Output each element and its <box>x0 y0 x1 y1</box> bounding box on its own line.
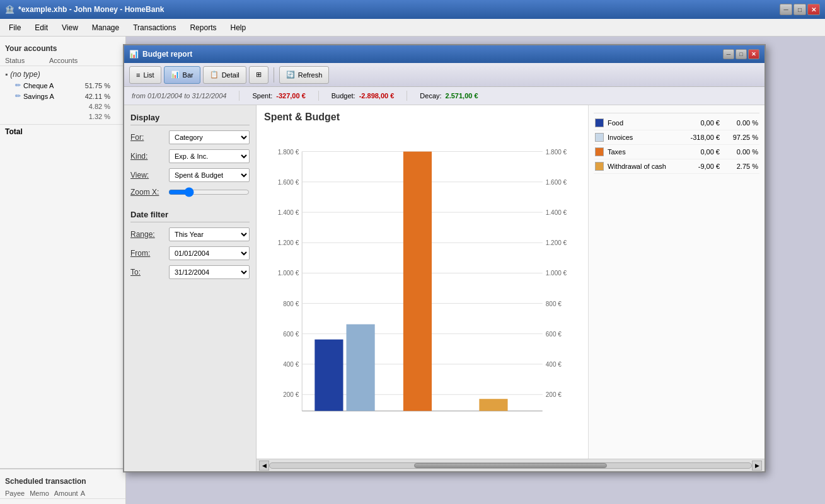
svg-text:600 €: 600 € <box>283 331 299 338</box>
chart-scrollbar: ◀ ▶ <box>257 459 764 471</box>
zoom-slider[interactable] <box>168 187 250 197</box>
from-label: From: <box>130 249 165 258</box>
detail-icon: 📋 <box>210 71 219 79</box>
kind-row: Kind: Exp. & Inc. <box>130 149 250 163</box>
dialog-minimize[interactable]: ─ <box>723 49 734 59</box>
legend-name-taxes: Taxes <box>608 148 672 156</box>
menu-transactions[interactable]: Transactions <box>127 21 182 35</box>
to-row: To: 31/12/2004 <box>130 265 250 279</box>
kind-select[interactable]: Exp. & Inc. <box>169 149 250 163</box>
minimize-button[interactable]: ─ <box>780 4 792 15</box>
refresh-icon: 🔄 <box>286 71 295 79</box>
legend-item-food[interactable]: Food 0,00 € 0.00 % <box>594 116 759 130</box>
memo-col: Memo <box>30 490 49 497</box>
date-range: from 01/01/2004 to 31/12/2004 <box>132 92 226 100</box>
accounts-header: Status Accounts <box>0 55 125 66</box>
display-section: Display For: Category Kind: Exp. & Inc. … <box>130 113 250 202</box>
menu-help[interactable]: Help <box>224 21 252 35</box>
dialog-title: Budget report <box>142 50 192 59</box>
refresh-button[interactable]: 🔄 Refresh <box>279 66 330 84</box>
menu-view[interactable]: View <box>55 21 84 35</box>
legend-val-withdrawal: -9,00 € <box>676 163 720 170</box>
scrollbar-left-arrow[interactable]: ◀ <box>259 461 269 471</box>
view-select[interactable]: Spent & Budget <box>169 168 250 182</box>
collapse-icon[interactable]: ▪ <box>5 70 8 79</box>
chart-area: Spent & Budget 1.800 € 1.800 € <box>257 105 764 471</box>
scrollbar-right-arrow[interactable]: ▶ <box>752 461 762 471</box>
for-label: For: <box>130 133 165 142</box>
svg-text:200 €: 200 € <box>283 391 299 398</box>
legend-color-withdrawal <box>595 162 604 171</box>
list-button[interactable]: ≡ List <box>129 66 161 84</box>
legend-name-invoices: Invoices <box>608 134 672 141</box>
account-item-savings[interactable]: ✏ Savings A 42.11 % <box>5 91 120 101</box>
legend-pct-food: 0.00 % <box>724 119 758 127</box>
menu-edit[interactable]: Edit <box>28 21 54 35</box>
chart-svg-container: 1.800 € 1.800 € 1.600 € 1.600 € 1.400 € … <box>264 129 580 452</box>
chart-container: Spent & Budget 1.800 € 1.800 € <box>257 105 588 459</box>
a-col: A <box>81 490 85 497</box>
kind-label: Kind: <box>130 152 165 161</box>
menu-reports[interactable]: Reports <box>183 21 222 35</box>
for-select[interactable]: Category <box>169 130 250 144</box>
svg-text:1.600 €: 1.600 € <box>278 179 299 186</box>
status-col-header: Status <box>5 57 43 64</box>
legend-item-withdrawal[interactable]: Withdrawal of cash -9,00 € 2.75 % <box>594 159 759 174</box>
legend-val-taxes: 0,00 € <box>676 148 720 156</box>
dialog-icon: 📊 <box>129 50 139 59</box>
bar-button[interactable]: 📊 Bar <box>164 66 200 84</box>
date-filter-title: Date filter <box>130 210 250 222</box>
detail-label: Detail <box>222 71 239 79</box>
decay-stat: Decay: 2.571,00 € <box>420 92 478 100</box>
bar-invoices-budget <box>347 324 375 411</box>
maximize-button[interactable]: □ <box>793 4 806 15</box>
svg-text:1.200 €: 1.200 € <box>546 239 567 246</box>
account-name-cheque: Cheque A <box>23 82 54 89</box>
bar-withdrawal-spent <box>479 399 507 411</box>
legend-header <box>594 110 759 113</box>
account-item-cheque[interactable]: ✏ Cheque A 51.75 % <box>5 80 120 91</box>
extra-pct-2: 1.32 % <box>5 112 120 122</box>
dialog-maximize[interactable]: □ <box>736 49 747 59</box>
controls-panel: Display For: Category Kind: Exp. & Inc. … <box>124 105 257 471</box>
bar-invoices-spent <box>314 340 343 411</box>
menu-file[interactable]: File <box>3 21 27 35</box>
dialog-close[interactable]: ✕ <box>748 49 759 59</box>
menu-manage[interactable]: Manage <box>86 21 125 35</box>
scheduled-header: Payee Memo Amount A <box>0 488 125 499</box>
main-title-bar: 🏦 *example.xhb - John Money - HomeBank ─… <box>0 0 825 19</box>
from-select[interactable]: 01/01/2004 <box>169 246 250 260</box>
filter-button[interactable]: ⊞ <box>249 66 268 84</box>
refresh-label: Refresh <box>298 71 323 79</box>
decay-value: 2.571,00 € <box>446 92 478 100</box>
accounts-col-header: Accounts <box>49 57 120 64</box>
stats-bar: from 01/01/2004 to 31/12/2004 Spent: -32… <box>124 87 764 105</box>
toolbar-sep <box>274 67 274 83</box>
account-group-notype: ▪ (no type) ✏ Cheque A 51.75 % ✏ Savings… <box>0 66 125 124</box>
dialog-content: Display For: Category Kind: Exp. & Inc. … <box>124 105 764 471</box>
from-row: From: 01/01/2004 <box>130 246 250 260</box>
view-row: View: Spent & Budget <box>130 168 250 182</box>
spent-value: -327,00 € <box>276 92 305 100</box>
svg-text:1.800 €: 1.800 € <box>546 149 567 156</box>
legend-item-taxes[interactable]: Taxes 0,00 € 0.00 % <box>594 145 759 159</box>
legend-item-invoices[interactable]: Invoices -318,00 € 97.25 % <box>594 130 759 145</box>
scheduled-section: Scheduled transaction Payee Memo Amount … <box>0 468 125 504</box>
svg-text:400 €: 400 € <box>546 361 562 368</box>
legend-color-taxes <box>595 147 604 156</box>
left-panel: Your accounts Status Accounts ▪ (no type… <box>0 37 126 504</box>
scrollbar-track[interactable] <box>269 462 752 469</box>
range-select[interactable]: This Year <box>169 227 250 241</box>
range-label: Range: <box>130 230 165 239</box>
account-val-cheque: 51.75 % <box>85 82 110 89</box>
edit-icon-savings: ✏ <box>15 92 21 100</box>
close-button[interactable]: ✕ <box>807 4 820 15</box>
detail-button[interactable]: 📋 Detail <box>203 66 246 84</box>
bar-label: Bar <box>183 71 193 79</box>
legend-color-food <box>595 118 604 127</box>
to-select[interactable]: 31/12/2004 <box>169 265 250 279</box>
scrollbar-thumb[interactable] <box>414 463 607 468</box>
date-filter-section: Date filter Range: This Year From: 01/01… <box>130 210 250 284</box>
to-label: To: <box>130 268 165 277</box>
svg-text:1.200 €: 1.200 € <box>278 239 299 246</box>
